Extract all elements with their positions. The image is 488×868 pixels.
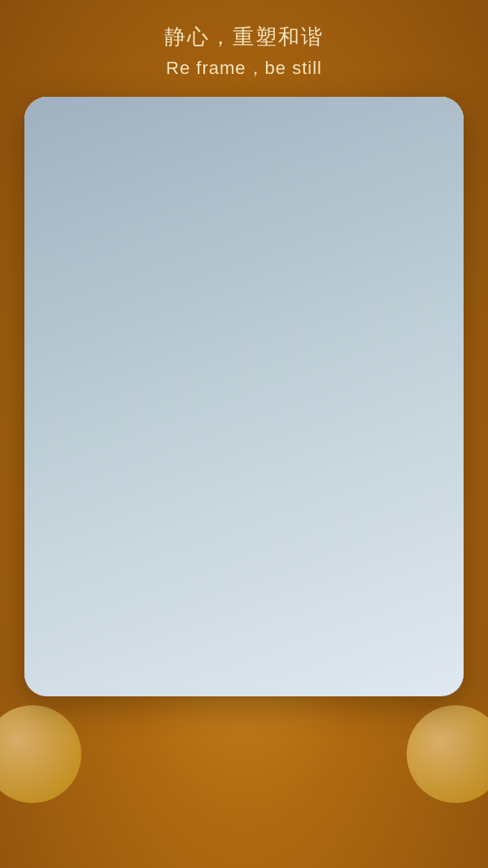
music-cards-row: Life Rachel Wood Wellness And Relaxation [41,494,447,628]
top-text-section: 静心，重塑和谐 Re frame，be still [0,0,488,97]
music-section: Music You notice when thought ends and l… [41,429,447,629]
third-bg [317,494,382,600]
music-thumb-third [317,494,382,600]
music-card-third[interactable]: Inne... Llev... [317,494,382,628]
main-content: Sign up/Log in At SANGHA Retreat, well-b… [24,167,464,644]
third-image [317,494,382,600]
phone-frame: 15:19 ◀ App Store [24,97,464,696]
english-tagline: Re frame，be still [0,56,488,81]
chinese-tagline: 静心，重塑和谐 [0,23,488,51]
